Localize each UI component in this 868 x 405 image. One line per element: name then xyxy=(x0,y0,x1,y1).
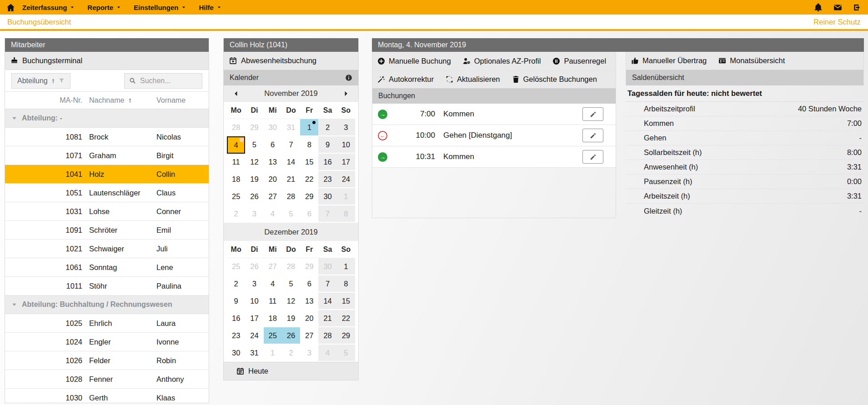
day-cell[interactable]: 18 xyxy=(227,171,245,188)
day-cell[interactable]: 27 xyxy=(264,258,282,275)
day-cell[interactable]: 5 xyxy=(245,136,263,154)
day-cell[interactable]: 4 xyxy=(264,205,282,223)
menu-reporte[interactable]: Reporte xyxy=(87,4,121,11)
day-cell[interactable]: 30 xyxy=(318,188,336,205)
breadcrumb[interactable]: Buchungsübersicht xyxy=(7,18,71,26)
day-cell[interactable]: 29 xyxy=(245,119,263,136)
day-cell[interactable]: 22 xyxy=(337,310,355,327)
day-cell[interactable]: 31 xyxy=(282,119,300,136)
manual-booking-button[interactable]: Manuelle Buchung xyxy=(377,57,451,65)
autocorrect-button[interactable]: Autokorrektur xyxy=(377,75,434,84)
day-cell[interactable]: 8 xyxy=(337,275,355,293)
day-cell[interactable]: 16 xyxy=(318,154,336,171)
day-cell[interactable]: 26 xyxy=(245,188,263,205)
day-cell[interactable]: 24 xyxy=(245,327,263,345)
employee-row[interactable]: 1051LautenschlägerClaus xyxy=(5,184,209,202)
day-cell[interactable]: 1 xyxy=(337,258,355,275)
employee-row[interactable]: 1041HolzCollin xyxy=(5,165,209,184)
day-cell[interactable]: 14 xyxy=(318,293,336,310)
department-sort-button[interactable]: Abteilung xyxy=(11,73,70,89)
day-cell[interactable]: 11 xyxy=(227,154,245,171)
column-header-vorname[interactable]: Vorname xyxy=(151,96,209,105)
day-cell[interactable]: 28 xyxy=(282,258,300,275)
day-cell[interactable]: 2 xyxy=(282,345,300,362)
day-cell[interactable]: 28 xyxy=(282,188,300,205)
search-box[interactable] xyxy=(124,73,202,89)
employee-row[interactable]: 1026FelderRobin xyxy=(5,351,209,370)
day-cell[interactable]: 9 xyxy=(318,136,336,154)
day-cell[interactable]: 11 xyxy=(264,293,282,310)
day-cell[interactable]: 10 xyxy=(245,293,263,310)
day-cell[interactable]: 20 xyxy=(300,310,318,327)
day-cell[interactable]: 30 xyxy=(227,345,245,362)
menu-einstellungen[interactable]: Einstellungen xyxy=(134,4,186,11)
day-cell[interactable]: 24 xyxy=(337,171,355,188)
today-button[interactable]: Heute xyxy=(236,367,268,375)
day-cell[interactable]: 29 xyxy=(300,258,318,275)
employee-row[interactable]: 1011StöhrPaulina xyxy=(5,277,209,295)
user-name[interactable]: Reiner Schutz xyxy=(813,18,861,26)
day-cell[interactable]: 8 xyxy=(300,136,318,154)
day-cell[interactable]: 28 xyxy=(227,119,245,136)
day-cell[interactable]: 25 xyxy=(227,188,245,205)
menu-zeiterfassung[interactable]: Zeiterfassung xyxy=(22,4,75,11)
day-cell[interactable]: 5 xyxy=(282,205,300,223)
month-overview-button[interactable]: Monatsübersicht xyxy=(718,56,785,65)
day-cell[interactable]: 30 xyxy=(318,258,336,275)
employee-row[interactable]: 1061SonntagLene xyxy=(5,258,209,277)
day-cell[interactable]: 12 xyxy=(245,154,263,171)
deleted-bookings-button[interactable]: Gelöschte Buchungen xyxy=(512,75,597,84)
day-cell[interactable]: 10 xyxy=(337,136,355,154)
day-cell[interactable]: 14 xyxy=(282,154,300,171)
day-cell[interactable]: 4 xyxy=(227,136,245,154)
notifications-button[interactable] xyxy=(814,3,823,12)
employee-row[interactable]: 1025EhrlichLaura xyxy=(5,314,209,333)
employee-row[interactable]: 1024EnglerIvonne xyxy=(5,333,209,351)
logout-button[interactable] xyxy=(853,3,862,12)
prev-month-button[interactable] xyxy=(233,90,239,97)
edit-booking-button[interactable] xyxy=(582,107,603,121)
column-header-ma-nr[interactable]: MA-Nr. xyxy=(5,96,82,105)
day-cell[interactable]: 27 xyxy=(264,188,282,205)
day-cell[interactable]: 3 xyxy=(300,345,318,362)
column-header-nachname[interactable]: Nachname xyxy=(82,96,151,105)
employee-row[interactable]: 1030GerthKlaas xyxy=(5,389,209,403)
day-cell[interactable]: 5 xyxy=(282,275,300,293)
day-cell[interactable]: 29 xyxy=(300,188,318,205)
day-cell[interactable]: 22 xyxy=(300,171,318,188)
day-cell[interactable]: 2 xyxy=(227,205,245,223)
booking-terminal-row[interactable]: Buchungsterminal xyxy=(5,52,209,70)
day-cell[interactable]: 4 xyxy=(264,275,282,293)
day-cell[interactable]: 6 xyxy=(264,136,282,154)
employee-row[interactable]: 1031LohseConner xyxy=(5,202,209,221)
department-group-row[interactable]: Abteilung: Buchhaltung / Rechnungswesen xyxy=(5,295,209,314)
day-cell[interactable]: 23 xyxy=(227,327,245,345)
employee-row[interactable]: 1091SchröterEmil xyxy=(5,221,209,240)
employee-row[interactable]: 1028FennerAnthony xyxy=(5,370,209,389)
az-profile-button[interactable]: Optionales AZ-Profil xyxy=(463,57,541,65)
day-cell[interactable]: 29 xyxy=(337,327,355,345)
day-cell[interactable]: 26 xyxy=(245,258,263,275)
manual-carryover-button[interactable]: Manueller Übertrag xyxy=(631,56,707,65)
day-cell[interactable]: 13 xyxy=(264,154,282,171)
home-button[interactable] xyxy=(6,3,15,12)
day-cell[interactable]: 30 xyxy=(264,119,282,136)
day-cell[interactable]: 19 xyxy=(282,310,300,327)
day-cell[interactable]: 12 xyxy=(282,293,300,310)
day-cell[interactable]: 6 xyxy=(300,205,318,223)
day-cell[interactable]: 23 xyxy=(318,171,336,188)
day-cell[interactable]: 17 xyxy=(245,310,263,327)
day-cell[interactable]: 18 xyxy=(264,310,282,327)
day-cell[interactable]: 19 xyxy=(245,171,263,188)
day-cell[interactable]: 2 xyxy=(318,119,336,136)
day-cell[interactable]: 13 xyxy=(300,293,318,310)
day-cell[interactable]: 8 xyxy=(337,205,355,223)
refresh-button[interactable]: Aktualisieren xyxy=(446,75,500,84)
day-cell[interactable]: 6 xyxy=(300,275,318,293)
day-cell[interactable]: 3 xyxy=(245,205,263,223)
menu-hilfe[interactable]: Hilfe xyxy=(199,4,221,11)
day-cell[interactable]: 1 xyxy=(300,119,318,136)
day-cell[interactable]: 16 xyxy=(227,310,245,327)
day-cell[interactable]: 17 xyxy=(337,154,355,171)
day-cell[interactable]: 25 xyxy=(227,258,245,275)
